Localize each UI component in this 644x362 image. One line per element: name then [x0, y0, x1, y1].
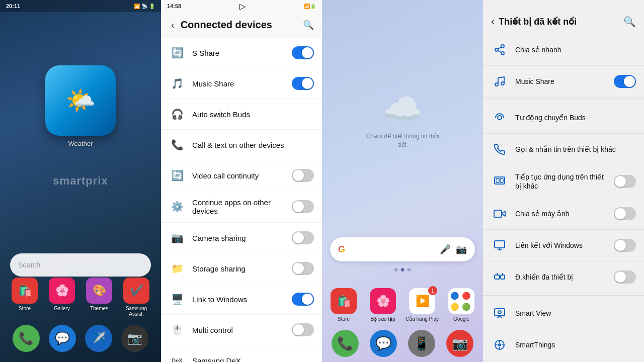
dock-camera[interactable]: 📷	[121, 325, 148, 352]
setting-item-linkwindows[interactable]: 🖥️ Link to Windows	[161, 284, 322, 315]
search-icon-p2[interactable]: 🔍	[303, 20, 314, 31]
p3-dock-camera[interactable]: 📷	[446, 330, 473, 357]
vn-multicontrol-label: Đ.khiển đa thiết bị	[515, 273, 607, 282]
svg-point-6	[501, 82, 504, 85]
search-icon-p4[interactable]: 🔍	[623, 16, 636, 28]
vn-item-chiasenhank[interactable]: Chia sẻ nhanh	[483, 34, 644, 66]
setting-item-multicontrol[interactable]: 🖱️ Multi control	[161, 315, 322, 345]
musicshare-toggle[interactable]	[292, 77, 314, 90]
grid-app-store[interactable]: 🛍️ Store	[8, 278, 41, 317]
grid-app-gallery[interactable]: 🌸 Gallery	[45, 278, 78, 317]
dot-2	[401, 268, 405, 272]
vn-continueapps-icon	[491, 173, 508, 190]
svg-line-4	[498, 47, 502, 49]
dock-browser[interactable]: ✈️	[85, 325, 112, 352]
vn-linkwindows-icon	[491, 237, 508, 254]
dot-3	[408, 268, 411, 272]
chiasenanh-label: Chia sẻ nhanh	[515, 45, 636, 54]
p3-google-label: Google	[453, 316, 469, 322]
grid-app-themes[interactable]: 🎨 Themes	[83, 278, 116, 317]
setting-item-continueapps[interactable]: ⚙️ Continue apps on other devices	[161, 191, 322, 223]
p3-app-play[interactable]: ▶️ 1 Cửa hàng Play	[405, 288, 440, 322]
p2-header: ‹ Connected devices 🔍	[161, 12, 322, 38]
assistant-label: Samsung Assist.	[120, 306, 153, 317]
setting-item-videocall[interactable]: 🔄 Video call continuity	[161, 160, 322, 191]
vn-item-autobuds[interactable]: Tự động chuyển Buds	[483, 102, 644, 134]
vn-calltext-icon	[491, 141, 508, 158]
svg-rect-11	[494, 210, 502, 217]
status-icons-p1: 📶📡🔋	[134, 4, 155, 9]
continueapps-label: Continue apps on other devices	[192, 198, 285, 215]
setting-item-calltext[interactable]: 📞 Call & text on other devices	[161, 130, 322, 160]
vn-item-calltext[interactable]: Gọi & nhắn tin trên thiết bị khác	[483, 134, 644, 165]
vn-smartthings-label: SmartThings	[515, 340, 636, 349]
p3-app-google[interactable]: 🔵🔴🟡🟢 Google	[444, 288, 479, 322]
sshare-label: S Share	[192, 49, 285, 57]
multicontrol-label: Multi control	[192, 326, 285, 334]
dock-messages[interactable]: 💬	[49, 325, 76, 352]
vn-item-multicontrol[interactable]: Đ.khiển đa thiết bị	[483, 261, 644, 293]
panel-vn-settings: ‹ Thiết bị đã kết nối 🔍 Chia sẻ nhanh	[483, 0, 644, 362]
p3-dock-app3[interactable]: 📱	[408, 330, 435, 357]
setting-item-musicshare[interactable]: 🎵 Music Share	[161, 68, 322, 99]
themes-label: Themes	[90, 306, 108, 311]
videocall-toggle[interactable]	[292, 169, 314, 182]
p3-gallery-label: Bộ sưu tập	[370, 316, 395, 322]
sshare-toggle[interactable]	[292, 46, 314, 59]
p3-store-icon: 🛍️	[331, 288, 357, 314]
settings-list-p2: 🔄 S Share 🎵 Music Share 🎧 Auto switch Bu…	[161, 38, 322, 362]
vn-item-camerasharing[interactable]: Chia sẻ máy ảnh	[483, 198, 644, 230]
vn-item-smartview[interactable]: Smart View	[483, 298, 644, 329]
vn-musicshare-toggle[interactable]	[614, 75, 636, 88]
page-dots	[394, 268, 411, 272]
setting-item-storagesharing[interactable]: 📁 Storage sharing	[161, 253, 322, 284]
setting-item-dex[interactable]: DeX Samsung DeX	[161, 345, 322, 362]
vn-linkwindows-toggle[interactable]	[614, 239, 636, 252]
search-bar-p1[interactable]: Search	[10, 253, 151, 277]
storagesharing-icon: 📁	[169, 260, 185, 277]
camerasharing-toggle[interactable]	[292, 231, 314, 244]
search-bar-p3[interactable]: G 🎤 📷	[330, 237, 475, 261]
lens-icon[interactable]: 📷	[456, 244, 467, 255]
watermark: smartprix	[53, 174, 108, 188]
vn-item-musicshare[interactable]: Music Share	[483, 66, 644, 98]
vn-musicshare-icon	[491, 73, 508, 90]
setting-item-autobuds[interactable]: 🎧 Auto switch Buds	[161, 99, 322, 130]
vn-item-smartthings[interactable]: SmartThings	[483, 329, 644, 361]
storagesharing-label: Storage sharing	[192, 264, 285, 273]
play-badge: 1	[428, 286, 437, 295]
vn-item-continueapps[interactable]: Tiếp tục ứng dụng trên thiết bị khác	[483, 165, 644, 198]
mic-icon[interactable]: 🎤	[440, 244, 451, 255]
store-label: Store	[19, 306, 31, 311]
svg-point-7	[498, 116, 502, 120]
vn-item-linkwindows[interactable]: Liên kết với Windows	[483, 230, 644, 261]
vn-camerasharing-toggle[interactable]	[614, 207, 636, 220]
status-time-p1: 20:11	[6, 3, 20, 9]
search-label-p1: Search	[18, 261, 40, 269]
panel-android-home: 20:11 📶📡🔋 🌤️ Weather smartprix Search 🛍️…	[0, 0, 161, 362]
p3-google-icon: 🔵🔴🟡🟢	[448, 288, 474, 314]
grid-app-assistant[interactable]: ✔️ Samsung Assist.	[120, 278, 153, 317]
p3-app-store[interactable]: 🛍️ Store	[326, 288, 361, 322]
multicontrol-toggle[interactable]	[292, 323, 314, 336]
vn-continueapps-toggle[interactable]	[614, 175, 636, 188]
weather-app-icon[interactable]: 🌤️	[45, 65, 116, 136]
vn-multicontrol-icon	[491, 268, 508, 286]
linkwindows-toggle[interactable]	[292, 293, 314, 306]
p3-dock-phone[interactable]: 📞	[332, 330, 359, 357]
setting-item-camerasharing[interactable]: 📷 Camera sharing	[161, 223, 322, 253]
vn-musicshare-label: Music Share	[515, 77, 607, 86]
p3-dock-messages[interactable]: 💬	[370, 330, 397, 357]
setting-item-sshare[interactable]: 🔄 S Share	[161, 38, 322, 68]
autobuds-label: Auto switch Buds	[192, 110, 314, 119]
storagesharing-toggle[interactable]	[292, 262, 314, 275]
dock-p3: 📞 💬 📱 📷	[326, 330, 479, 357]
back-button-p4[interactable]: ‹	[491, 15, 495, 28]
status-bar-p2: 14:58 ▷ 📶🔋	[161, 0, 322, 12]
continueapps-toggle[interactable]	[292, 200, 314, 213]
back-button-p2[interactable]: ‹	[169, 17, 177, 33]
p3-app-gallery[interactable]: 🌸 Bộ sưu tập	[365, 288, 400, 322]
dock-phone[interactable]: 📞	[13, 325, 40, 352]
vn-camerasharing-label: Chia sẻ máy ảnh	[515, 209, 607, 218]
vn-multicontrol-toggle[interactable]	[614, 270, 636, 284]
